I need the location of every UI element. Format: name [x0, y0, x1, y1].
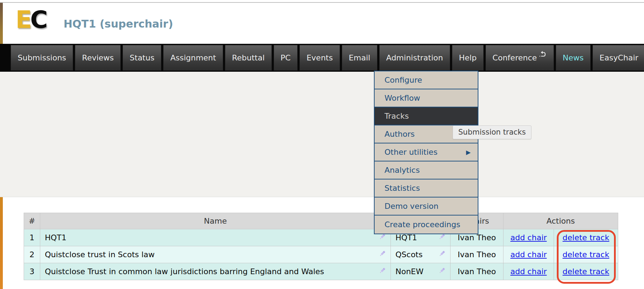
menu-item-workflow[interactable]: Workflow — [375, 89, 478, 107]
track-name-cell[interactable]: Quistclose Trust in common law jurisdict… — [40, 263, 391, 280]
page-header: EC HQT1 (superchair) — [3, 3, 644, 44]
main-navbar: Submissions Reviews Status Assignment Re… — [0, 44, 644, 72]
edit-pencil-icon[interactable] — [439, 233, 446, 242]
track-number: 2 — [24, 246, 40, 263]
header-actions: Actions — [503, 213, 618, 229]
nav-conference[interactable]: Conference — [485, 45, 554, 71]
add-chair-link[interactable]: add chair — [510, 233, 547, 242]
edit-pencil-icon[interactable] — [439, 250, 446, 259]
table-row: 3 Quistclose Trust in common law jurisdi… — [24, 263, 618, 280]
menu-item-tracks[interactable]: Tracks — [375, 107, 478, 125]
table-header-row: # Name Chairs Actions — [24, 213, 618, 229]
nav-rebuttal[interactable]: Rebuttal — [225, 45, 272, 71]
table-row: 1 HQT1 HQT1 Ivan Theo add chair delete t… — [24, 229, 618, 246]
table-row: 2 Quistclose trust in Scots law QScots I… — [24, 246, 618, 263]
track-name-cell[interactable]: Quistclose trust in Scots law — [40, 246, 391, 263]
administration-dropdown-menu: Configure Workflow Tracks Authors▶ Other… — [374, 71, 478, 234]
nav-status[interactable]: Status — [123, 45, 161, 71]
menu-item-create-proceedings[interactable]: Create proceedings — [375, 216, 478, 234]
logo-letter-e: E — [16, 6, 30, 34]
nav-email[interactable]: Email — [342, 45, 377, 71]
header-num: # — [24, 213, 40, 229]
track-number: 3 — [24, 263, 40, 280]
menu-item-analytics[interactable]: Analytics — [375, 161, 478, 179]
nav-administration[interactable]: Administration — [379, 45, 450, 71]
nav-assignment[interactable]: Assignment — [163, 45, 223, 71]
tracks-tooltip: Submission tracks — [453, 125, 531, 139]
tracks-table: # Name Chairs Actions 1 HQT1 HQT1 Ivan T… — [24, 213, 618, 280]
menu-item-configure[interactable]: Configure — [375, 71, 478, 89]
track-shortname-cell[interactable]: QScots — [391, 246, 451, 263]
menu-item-statistics[interactable]: Statistics — [375, 179, 478, 197]
edit-pencil-icon[interactable] — [439, 267, 446, 276]
nav-news[interactable]: News — [556, 45, 591, 71]
track-number: 1 — [24, 229, 40, 246]
nav-pc[interactable]: PC — [274, 45, 298, 71]
submenu-arrow-icon: ▶ — [466, 149, 471, 156]
edit-pencil-icon[interactable] — [379, 267, 386, 276]
menu-item-demo-version[interactable]: Demo version — [375, 197, 478, 216]
header-name: Name — [40, 213, 391, 229]
nav-help[interactable]: Help — [452, 45, 484, 71]
track-chairs: Ivan Theo — [451, 263, 503, 280]
intro-band — [0, 72, 644, 197]
conference-title: HQT1 (superchair) — [64, 18, 173, 30]
delete-track-link[interactable]: delete track — [562, 250, 609, 259]
return-arrow-icon — [538, 49, 547, 59]
nav-events[interactable]: Events — [299, 45, 340, 71]
track-chairs: Ivan Theo — [451, 246, 503, 263]
edit-pencil-icon[interactable] — [379, 250, 386, 259]
nav-submissions[interactable]: Submissions — [11, 45, 73, 71]
add-chair-link[interactable]: add chair — [510, 250, 547, 259]
menu-item-other-utilities[interactable]: Other utilities▶ — [375, 143, 478, 161]
delete-track-link[interactable]: delete track — [562, 233, 609, 242]
edit-pencil-icon[interactable] — [379, 233, 386, 242]
easychair-logo: EC — [16, 8, 46, 32]
track-shortname-cell[interactable]: NonEW — [391, 263, 451, 280]
nav-reviews[interactable]: Reviews — [75, 45, 121, 71]
logo-letter-c: C — [30, 6, 46, 34]
delete-track-link[interactable]: delete track — [562, 267, 609, 276]
nav-easychair[interactable]: EasyChair — [592, 45, 644, 71]
add-chair-link[interactable]: add chair — [510, 267, 547, 276]
track-name-cell[interactable]: HQT1 — [40, 229, 391, 246]
